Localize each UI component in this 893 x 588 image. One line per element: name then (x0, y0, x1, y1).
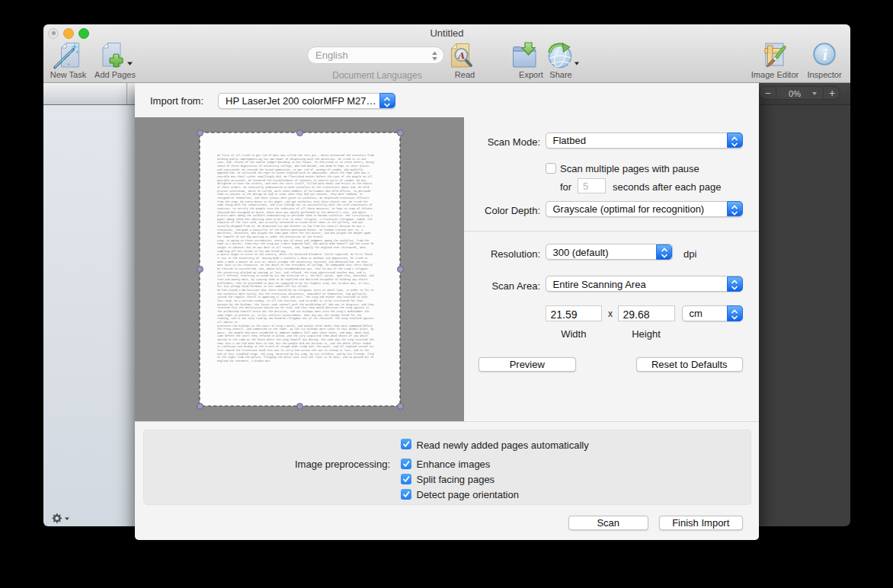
svg-text:A: A (457, 50, 465, 61)
svg-text:i: i (823, 46, 827, 64)
